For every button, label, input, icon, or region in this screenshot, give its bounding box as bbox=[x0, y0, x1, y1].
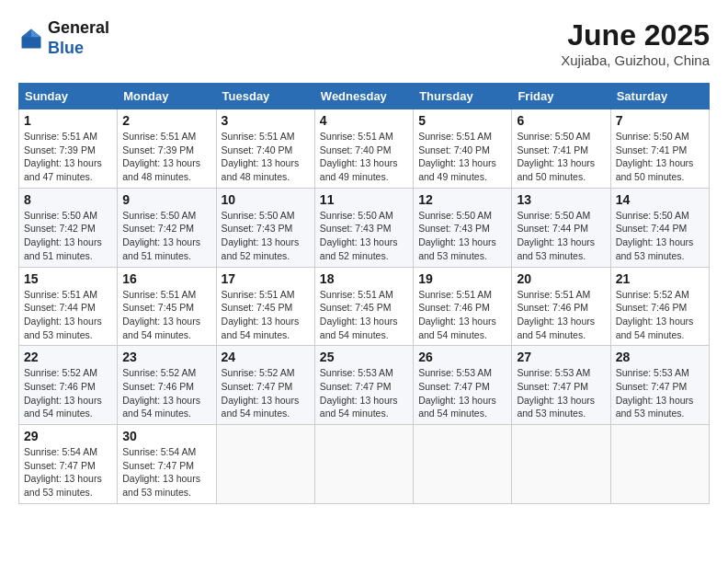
location: Xujiaba, Guizhou, China bbox=[561, 52, 710, 68]
day-number: 22 bbox=[24, 350, 112, 364]
logo: General Blue bbox=[18, 18, 109, 58]
weekday-header-saturday: Saturday bbox=[610, 84, 709, 109]
calendar-cell: 9Sunrise: 5:50 AMSunset: 7:42 PMDaylight… bbox=[118, 188, 216, 267]
calendar-cell: 18Sunrise: 5:51 AMSunset: 7:45 PMDayligh… bbox=[314, 267, 413, 346]
svg-marker-2 bbox=[22, 29, 32, 37]
calendar-cell: 3Sunrise: 5:51 AMSunset: 7:40 PMDaylight… bbox=[216, 109, 314, 189]
day-number: 7 bbox=[616, 113, 704, 128]
calendar-cell bbox=[314, 425, 413, 504]
day-info: Sunrise: 5:51 AMSunset: 7:46 PMDaylight:… bbox=[418, 288, 506, 342]
day-number: 11 bbox=[320, 192, 408, 207]
day-number: 19 bbox=[418, 271, 506, 286]
calendar-cell: 24Sunrise: 5:52 AMSunset: 7:47 PMDayligh… bbox=[216, 346, 314, 425]
weekday-header-monday: Monday bbox=[118, 84, 216, 109]
calendar-cell: 27Sunrise: 5:53 AMSunset: 7:47 PMDayligh… bbox=[512, 346, 610, 425]
calendar-cell: 10Sunrise: 5:50 AMSunset: 7:43 PMDayligh… bbox=[216, 188, 314, 267]
calendar-cell: 19Sunrise: 5:51 AMSunset: 7:46 PMDayligh… bbox=[414, 267, 512, 346]
day-number: 29 bbox=[24, 429, 112, 443]
calendar-cell: 17Sunrise: 5:51 AMSunset: 7:45 PMDayligh… bbox=[216, 267, 314, 346]
day-info: Sunrise: 5:50 AMSunset: 7:41 PMDaylight:… bbox=[517, 130, 605, 184]
calendar-week-1: 1Sunrise: 5:51 AMSunset: 7:39 PMDaylight… bbox=[19, 109, 710, 189]
day-info: Sunrise: 5:50 AMSunset: 7:41 PMDaylight:… bbox=[616, 130, 704, 184]
calendar-cell: 26Sunrise: 5:53 AMSunset: 7:47 PMDayligh… bbox=[414, 346, 512, 425]
day-info: Sunrise: 5:51 AMSunset: 7:40 PMDaylight:… bbox=[320, 130, 408, 184]
day-number: 3 bbox=[222, 113, 310, 128]
calendar-cell: 13Sunrise: 5:50 AMSunset: 7:44 PMDayligh… bbox=[512, 188, 610, 267]
weekday-header-sunday: Sunday bbox=[19, 84, 118, 109]
month-title: June 2025 bbox=[561, 18, 710, 52]
calendar-cell: 16Sunrise: 5:51 AMSunset: 7:45 PMDayligh… bbox=[118, 267, 216, 346]
calendar-cell: 20Sunrise: 5:51 AMSunset: 7:46 PMDayligh… bbox=[512, 267, 610, 346]
day-number: 12 bbox=[418, 192, 506, 207]
day-info: Sunrise: 5:50 AMSunset: 7:43 PMDaylight:… bbox=[418, 209, 506, 263]
weekday-header-thursday: Thursday bbox=[414, 84, 512, 109]
calendar-week-3: 15Sunrise: 5:51 AMSunset: 7:44 PMDayligh… bbox=[19, 267, 710, 346]
day-info: Sunrise: 5:50 AMSunset: 7:42 PMDaylight:… bbox=[24, 209, 112, 263]
calendar-cell: 21Sunrise: 5:52 AMSunset: 7:46 PMDayligh… bbox=[610, 267, 709, 346]
day-info: Sunrise: 5:53 AMSunset: 7:47 PMDaylight:… bbox=[616, 366, 704, 420]
calendar-cell: 1Sunrise: 5:51 AMSunset: 7:39 PMDaylight… bbox=[19, 109, 118, 189]
page-header: General Blue June 2025 Xujiaba, Guizhou,… bbox=[18, 18, 710, 68]
calendar-cell: 7Sunrise: 5:50 AMSunset: 7:41 PMDaylight… bbox=[610, 109, 709, 189]
day-number: 23 bbox=[122, 350, 210, 364]
day-info: Sunrise: 5:51 AMSunset: 7:39 PMDaylight:… bbox=[122, 130, 210, 184]
calendar-cell: 14Sunrise: 5:50 AMSunset: 7:44 PMDayligh… bbox=[610, 188, 709, 267]
calendar-cell: 30Sunrise: 5:54 AMSunset: 7:47 PMDayligh… bbox=[118, 425, 216, 504]
calendar-cell: 2Sunrise: 5:51 AMSunset: 7:39 PMDaylight… bbox=[118, 109, 216, 189]
day-info: Sunrise: 5:50 AMSunset: 7:42 PMDaylight:… bbox=[122, 209, 210, 263]
day-number: 10 bbox=[222, 192, 310, 207]
day-info: Sunrise: 5:51 AMSunset: 7:40 PMDaylight:… bbox=[222, 130, 310, 184]
day-number: 20 bbox=[517, 271, 605, 286]
day-info: Sunrise: 5:51 AMSunset: 7:45 PMDaylight:… bbox=[222, 288, 310, 342]
day-number: 14 bbox=[616, 192, 704, 207]
day-info: Sunrise: 5:52 AMSunset: 7:46 PMDaylight:… bbox=[122, 366, 210, 420]
weekday-header-friday: Friday bbox=[512, 84, 610, 109]
day-info: Sunrise: 5:50 AMSunset: 7:43 PMDaylight:… bbox=[222, 209, 310, 263]
day-number: 21 bbox=[616, 271, 704, 286]
day-number: 17 bbox=[222, 271, 310, 286]
day-info: Sunrise: 5:53 AMSunset: 7:47 PMDaylight:… bbox=[517, 366, 605, 420]
day-info: Sunrise: 5:54 AMSunset: 7:47 PMDaylight:… bbox=[122, 445, 210, 500]
day-info: Sunrise: 5:51 AMSunset: 7:44 PMDaylight:… bbox=[24, 288, 112, 342]
day-number: 15 bbox=[24, 271, 112, 286]
calendar-cell: 22Sunrise: 5:52 AMSunset: 7:46 PMDayligh… bbox=[19, 346, 118, 425]
day-info: Sunrise: 5:51 AMSunset: 7:45 PMDaylight:… bbox=[122, 288, 210, 342]
day-info: Sunrise: 5:51 AMSunset: 7:46 PMDaylight:… bbox=[517, 288, 605, 342]
day-number: 24 bbox=[222, 350, 310, 364]
svg-marker-1 bbox=[31, 29, 41, 37]
calendar-cell: 25Sunrise: 5:53 AMSunset: 7:47 PMDayligh… bbox=[314, 346, 413, 425]
day-number: 8 bbox=[24, 192, 112, 207]
logo-general-text: General bbox=[48, 18, 109, 39]
day-number: 28 bbox=[616, 350, 704, 364]
calendar-cell: 23Sunrise: 5:52 AMSunset: 7:46 PMDayligh… bbox=[118, 346, 216, 425]
weekday-header-wednesday: Wednesday bbox=[314, 84, 413, 109]
title-area: June 2025 Xujiaba, Guizhou, China bbox=[561, 18, 710, 68]
day-info: Sunrise: 5:53 AMSunset: 7:47 PMDaylight:… bbox=[320, 366, 408, 420]
calendar-cell: 11Sunrise: 5:50 AMSunset: 7:43 PMDayligh… bbox=[314, 188, 413, 267]
calendar-cell bbox=[512, 425, 610, 504]
logo-text: General Blue bbox=[48, 18, 109, 58]
day-info: Sunrise: 5:51 AMSunset: 7:40 PMDaylight:… bbox=[418, 130, 506, 184]
calendar-week-4: 22Sunrise: 5:52 AMSunset: 7:46 PMDayligh… bbox=[19, 346, 710, 425]
calendar-cell: 8Sunrise: 5:50 AMSunset: 7:42 PMDaylight… bbox=[19, 188, 118, 267]
day-number: 27 bbox=[517, 350, 605, 364]
calendar-week-5: 29Sunrise: 5:54 AMSunset: 7:47 PMDayligh… bbox=[19, 425, 710, 504]
day-info: Sunrise: 5:51 AMSunset: 7:39 PMDaylight:… bbox=[24, 130, 112, 184]
day-info: Sunrise: 5:50 AMSunset: 7:44 PMDaylight:… bbox=[616, 209, 704, 263]
calendar-cell: 15Sunrise: 5:51 AMSunset: 7:44 PMDayligh… bbox=[19, 267, 118, 346]
day-number: 26 bbox=[418, 350, 506, 364]
calendar-cell bbox=[216, 425, 314, 504]
day-number: 16 bbox=[122, 271, 210, 286]
calendar-cell: 4Sunrise: 5:51 AMSunset: 7:40 PMDaylight… bbox=[314, 109, 413, 189]
logo-blue-text: Blue bbox=[48, 39, 109, 59]
calendar-cell: 29Sunrise: 5:54 AMSunset: 7:47 PMDayligh… bbox=[19, 425, 118, 504]
day-number: 4 bbox=[320, 113, 408, 128]
day-number: 1 bbox=[24, 113, 112, 128]
day-info: Sunrise: 5:52 AMSunset: 7:46 PMDaylight:… bbox=[616, 288, 704, 342]
day-info: Sunrise: 5:50 AMSunset: 7:43 PMDaylight:… bbox=[320, 209, 408, 263]
day-info: Sunrise: 5:53 AMSunset: 7:47 PMDaylight:… bbox=[418, 366, 506, 420]
weekday-header-row: SundayMondayTuesdayWednesdayThursdayFrid… bbox=[19, 84, 710, 109]
day-number: 30 bbox=[122, 429, 210, 443]
day-info: Sunrise: 5:52 AMSunset: 7:47 PMDaylight:… bbox=[222, 366, 310, 420]
day-number: 6 bbox=[517, 113, 605, 128]
